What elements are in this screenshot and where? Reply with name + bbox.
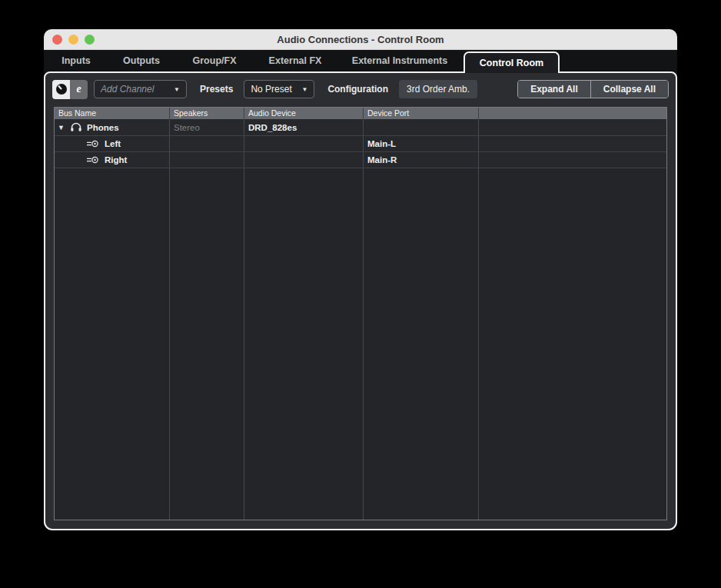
column-header-bus-name: Bus Name (55, 108, 170, 119)
headphones-icon (70, 122, 82, 132)
audio-device-cell[interactable] (244, 136, 364, 151)
port-icon (86, 140, 100, 148)
device-port-cell[interactable]: Main-R (364, 152, 479, 168)
column-header-audio-device: Audio Device (244, 108, 364, 119)
tab-group-fx[interactable]: Group/FX (193, 50, 237, 71)
configuration-label: Configuration (327, 84, 388, 95)
column-header-speakers: Speakers (170, 108, 244, 119)
channel-name-label: Right (105, 155, 127, 164)
add-channel-placeholder: Add Channel (101, 84, 154, 95)
device-port-cell[interactable]: Main-L (364, 136, 479, 151)
bus-table: Bus Name Speakers Audio Device Device Po… (54, 107, 667, 520)
expand-all-button[interactable]: Expand All (518, 81, 590, 98)
port-icon (86, 156, 100, 164)
speakers-cell (170, 136, 244, 151)
speakers-cell (170, 152, 244, 168)
speakers-cell: Stereo (170, 119, 244, 135)
channel-name-label: Left (105, 139, 121, 148)
table-header: Bus Name Speakers Audio Device Device Po… (55, 108, 666, 119)
audio-device-cell[interactable]: DRD_828es (244, 119, 364, 135)
table-row: Left Main-L (55, 136, 666, 152)
chevron-down-icon: ▼ (169, 86, 180, 93)
collapse-all-button[interactable]: Collapse All (590, 81, 668, 98)
preset-dropdown[interactable]: No Preset ▼ (244, 80, 314, 98)
tab-control-room[interactable]: Control Room (464, 51, 560, 73)
device-port-cell[interactable] (364, 119, 479, 135)
configuration-button[interactable]: 3rd Order Amb. (399, 80, 477, 98)
edit-e-icon: e (76, 83, 81, 95)
edit-channel-button[interactable]: e (70, 80, 88, 99)
monitor-edit-split-button: e (52, 80, 88, 99)
toolbar: e Add Channel ▼ Presets No Preset ▼ Conf… (45, 73, 676, 104)
add-channel-dropdown[interactable]: Add Channel ▼ (94, 80, 187, 98)
bus-name-label: Phones (87, 123, 119, 132)
knob-icon (55, 83, 68, 95)
titlebar: Audio Connections - Control Room (44, 29, 677, 50)
table-empty-area (55, 168, 666, 520)
column-header-device-port: Device Port (364, 108, 479, 119)
preset-value: No Preset (251, 84, 291, 95)
expand-collapse-group: Expand All Collapse All (517, 80, 669, 98)
audio-device-cell[interactable] (244, 152, 364, 168)
column-header-spacer (479, 108, 666, 119)
bus-name-cell[interactable]: ▼ Phones (55, 119, 170, 135)
control-room-panel: e Add Channel ▼ Presets No Preset ▼ Conf… (44, 71, 677, 530)
disclosure-triangle-icon[interactable]: ▼ (58, 124, 65, 131)
channel-name-cell[interactable]: Left (55, 136, 170, 151)
spacer-cell (479, 152, 666, 168)
tab-outputs[interactable]: Outputs (123, 50, 160, 71)
spacer-cell (479, 136, 666, 151)
tab-inputs[interactable]: Inputs (61, 50, 91, 71)
table-row: ▼ Phones Stereo DRD_828es (55, 119, 666, 136)
audio-connections-window: Audio Connections - Control Room Inputs … (44, 29, 677, 530)
table-row: Right Main-R (55, 152, 666, 168)
window-title: Audio Connections - Control Room (44, 29, 677, 50)
presets-label: Presets (200, 84, 233, 95)
channel-name-cell[interactable]: Right (55, 152, 170, 168)
tab-bar: Inputs Outputs Group/FX External FX Exte… (44, 50, 677, 71)
tab-external-fx[interactable]: External FX (269, 50, 322, 71)
control-room-power-button[interactable] (52, 80, 70, 99)
chevron-down-icon: ▼ (297, 86, 307, 93)
tab-external-instruments[interactable]: External Instruments (352, 50, 447, 71)
spacer-cell (479, 119, 666, 135)
